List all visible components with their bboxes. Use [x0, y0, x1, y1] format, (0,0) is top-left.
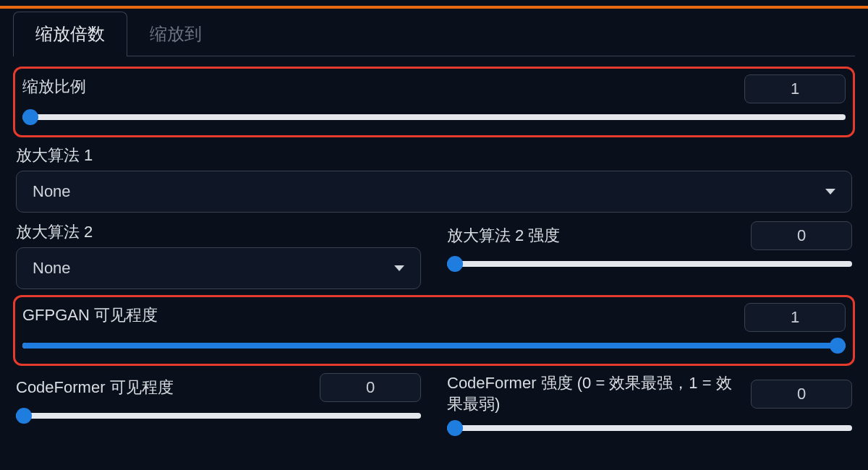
- chevron-down-icon: [825, 189, 835, 195]
- upscaler2-selected: None: [33, 259, 71, 278]
- codeformer-strength-value-text: 0: [797, 385, 806, 403]
- upscaler2-row: 放大算法 2 None 放大算法 2 强度 0: [13, 218, 855, 295]
- gfpgan-label: GFPGAN 可见程度: [22, 304, 158, 326]
- upscaler1-selected: None: [33, 182, 71, 201]
- codeformer-vis-slider[interactable]: [16, 409, 421, 422]
- upscaler1-select[interactable]: None: [16, 171, 852, 213]
- upscaler2-strength-value-text: 0: [797, 226, 806, 245]
- scale-ratio-value-text: 1: [791, 80, 799, 98]
- gfpgan-value-text: 1: [791, 308, 799, 327]
- tab-label: 缩放倍数: [35, 24, 105, 43]
- upscaler2-strength-value[interactable]: 0: [751, 221, 852, 250]
- top-accent-bar: [0, 6, 868, 9]
- gfpgan-slider[interactable]: [22, 339, 846, 352]
- tab-scale-by[interactable]: 缩放倍数: [13, 12, 127, 56]
- slider-thumb[interactable]: [447, 420, 463, 436]
- scale-ratio-slider[interactable]: [22, 111, 846, 124]
- upscaler2-strength-section: 放大算法 2 强度 0: [447, 221, 852, 270]
- scale-ratio-highlight: 缩放比例 1: [13, 67, 855, 137]
- tab-label: 缩放到: [150, 24, 202, 43]
- chevron-down-icon: [394, 265, 404, 271]
- gfpgan-highlight: GFPGAN 可见程度 1: [13, 295, 855, 366]
- scale-mode-tabs: 缩放倍数 缩放到: [13, 12, 855, 56]
- slider-thumb[interactable]: [22, 109, 38, 125]
- codeformer-vis-label: CodeFormer 可见程度: [16, 377, 308, 398]
- codeformer-vis-section: CodeFormer 可见程度 0: [16, 373, 421, 422]
- upscaler1-label: 放大算法 1: [16, 145, 852, 166]
- slider-thumb[interactable]: [830, 338, 846, 354]
- upscaler2-strength-label: 放大算法 2 强度: [447, 225, 739, 247]
- codeformer-vis-value-text: 0: [366, 378, 375, 397]
- codeformer-strength-label: CodeFormer 强度 (0 = 效果最强，1 = 效果最弱): [447, 373, 739, 414]
- upscaler2-select[interactable]: None: [16, 247, 421, 289]
- codeformer-vis-value[interactable]: 0: [320, 373, 421, 402]
- tab-scale-to[interactable]: 缩放到: [127, 12, 224, 56]
- codeformer-strength-value[interactable]: 0: [751, 380, 852, 409]
- codeformer-strength-slider[interactable]: [447, 422, 852, 435]
- slider-thumb[interactable]: [447, 256, 463, 272]
- codeformer-strength-section: CodeFormer 强度 (0 = 效果最强，1 = 效果最弱) 0: [447, 373, 852, 435]
- scale-ratio-label: 缩放比例: [22, 76, 86, 98]
- gfpgan-value[interactable]: 1: [744, 303, 846, 332]
- upscaler2-strength-slider[interactable]: [447, 257, 852, 270]
- slider-thumb[interactable]: [16, 408, 32, 424]
- upscaler1-section: 放大算法 1 None: [13, 142, 855, 218]
- upscaler2-section: 放大算法 2 None: [16, 221, 421, 289]
- upscaler2-label: 放大算法 2: [16, 221, 421, 243]
- scale-ratio-value[interactable]: 1: [744, 74, 846, 103]
- codeformer-row: CodeFormer 可见程度 0 CodeFormer 强度 (0 = 效果最…: [13, 370, 855, 440]
